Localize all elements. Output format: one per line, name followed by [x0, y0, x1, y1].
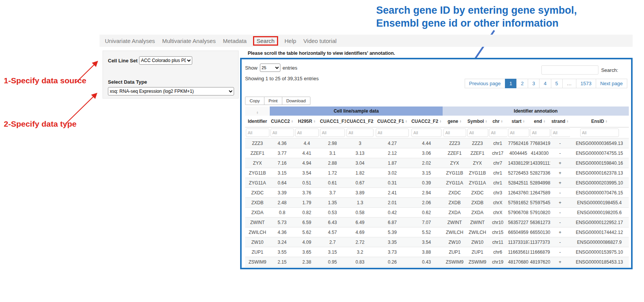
sort-icon[interactable]: ▲▼	[501, 120, 503, 123]
gene-table: ▲▼Cell line/sample dataIdentifier annota…	[245, 106, 629, 267]
col-header-h295r[interactable]: H295R▲▼	[294, 116, 319, 127]
sort-icon[interactable]: ▲▼	[605, 120, 608, 123]
cell-strand: -	[550, 148, 570, 158]
sort-icon[interactable]: ▲▼	[291, 120, 293, 123]
cell-ensid: ENSG00000036549.13	[570, 138, 629, 148]
cell-line-set-label: Cell Line Set	[108, 58, 138, 64]
filter-input-h295r[interactable]	[295, 129, 319, 137]
cell-gene: ZWINT	[443, 218, 467, 227]
cell-h295r: 4.94	[294, 158, 319, 168]
search-label: Search:	[601, 67, 618, 73]
cell-end: 56361273	[529, 218, 550, 227]
page-length-select[interactable]: 25	[260, 64, 280, 72]
sort-icon[interactable]: ▲▼	[313, 120, 316, 123]
col-header-label: CUACC1_F1	[320, 119, 346, 124]
cell-cuacc1-f2: 2.72	[346, 237, 374, 247]
filter-input-identifier[interactable]	[246, 129, 269, 137]
filter-input-start[interactable]	[508, 129, 529, 137]
page-button-5[interactable]: 5	[551, 79, 563, 88]
cell-cuacc2-f1: 4.27	[374, 138, 410, 148]
col-header-cuacc2[interactable]: CUACC2▲▼	[270, 116, 294, 127]
page-button-1573[interactable]: 1573	[576, 79, 596, 88]
cell-chr: chr15	[488, 227, 507, 237]
nav-item-video-tutorial[interactable]: Video tutorial	[303, 37, 337, 45]
cell-cuacc2: 3.77	[270, 148, 294, 158]
col-header-cuacc2-f2[interactable]: CUACC2_F2▲▼	[410, 116, 443, 127]
cell-end: 113773735	[529, 237, 550, 247]
filter-input-strand[interactable]	[551, 129, 570, 137]
cell-chr: chrX	[488, 198, 507, 208]
filter-cell-h295r	[294, 127, 319, 138]
page-button-2[interactable]: 2	[516, 79, 528, 88]
nav-item-help[interactable]: Help	[284, 37, 297, 45]
filter-cell-cuacc2	[270, 127, 294, 138]
print-button[interactable]: Print	[264, 97, 282, 105]
data-type-select[interactable]: xsq: RNA-seq Expression (log2 FPKM+1)	[108, 87, 234, 95]
cell-h295r: 4.09	[294, 237, 319, 247]
download-button[interactable]: Download	[282, 97, 310, 105]
nav-item-search[interactable]: Search	[253, 36, 278, 46]
cell-cuacc2-f1: 3.35	[374, 237, 410, 247]
search-control: Search:	[541, 65, 618, 75]
sort-icon[interactable]: ▲▼	[256, 111, 259, 114]
sort-icon[interactable]: ▲▼	[566, 120, 569, 123]
filter-input-ensid[interactable]	[580, 129, 619, 137]
col-header-cuacc2-f1[interactable]: CUACC2_F1▲▼	[374, 116, 410, 127]
sort-icon[interactable]: ▲▼	[485, 120, 487, 123]
cell-start: 56357227	[507, 218, 529, 227]
page-button-1[interactable]: 1	[505, 79, 517, 88]
cell-symbol: ZYG11A	[467, 178, 488, 188]
filter-input-chr[interactable]	[489, 129, 507, 137]
col-header-strand[interactable]: strand▲▼	[550, 116, 570, 127]
page-button-3[interactable]: 3	[528, 79, 540, 88]
previous-page-button[interactable]: Previous page	[465, 79, 505, 88]
filter-input-cuacc2-f1[interactable]	[376, 129, 409, 137]
page-button-4[interactable]: 4	[539, 79, 551, 88]
col-header-start[interactable]: start▲▼	[507, 116, 529, 127]
col-header-symbol[interactable]: Symbol▲▼	[467, 116, 488, 127]
copy-button[interactable]: Copy	[245, 97, 264, 105]
scroll-note: Please scroll the table horizontally to …	[248, 51, 395, 56]
filter-input-symbol[interactable]	[467, 129, 488, 137]
next-page-button[interactable]: Next page	[596, 79, 627, 88]
sort-icon[interactable]: ▲▼	[405, 120, 407, 123]
sort-icon[interactable]: ▲▼	[459, 120, 462, 123]
filter-input-cuacc1-f1[interactable]	[320, 129, 345, 137]
sort-icon[interactable]: ▲▼	[543, 120, 546, 123]
cell-symbol: ZUP1	[467, 247, 488, 257]
col-header-ensid[interactable]: EnsID▲▼	[570, 116, 629, 127]
cell-end: 77683419	[529, 138, 550, 148]
cell-symbol: ZSWIM9	[467, 257, 488, 267]
col-header-inner: EnsID▲▼	[591, 119, 608, 124]
cell-strand: +	[550, 178, 570, 188]
cell-cuacc2: 3.39	[270, 188, 294, 198]
filter-input-end[interactable]	[530, 129, 550, 137]
cell-line-set-select[interactable]: ACC Colorado plus PDX	[139, 56, 192, 65]
search-input[interactable]	[541, 65, 598, 75]
filter-input-cuacc1-f2[interactable]	[347, 129, 373, 137]
nav-item-multivariate-analyses[interactable]: Multivariate Analyses	[161, 37, 217, 45]
col-header-identifier[interactable]: Identifier	[245, 116, 270, 127]
col-header-gene[interactable]: gene▲▼	[443, 116, 467, 127]
filter-input-cuacc2[interactable]	[271, 129, 294, 137]
cell-ensid: ENSG00000086827.9	[570, 237, 629, 247]
col-header-inner: Identifier	[248, 119, 267, 124]
cell-chr: chr17	[488, 148, 507, 158]
col-header-cuacc1-f2[interactable]: CUACC1_F2▲▼	[346, 116, 374, 127]
cell-cuacc2-f1: 5.39	[374, 227, 410, 237]
filter-row	[245, 127, 629, 138]
cell-end: 126475891	[529, 188, 550, 198]
sort-icon[interactable]: ▲▼	[439, 120, 441, 123]
nav-item-univariate-analyses[interactable]: Univariate Analyses	[104, 37, 156, 45]
nav-item-metadata[interactable]: Metadata	[222, 37, 248, 45]
cell-ensid: ENSG00000122952.17	[570, 218, 629, 227]
filter-input-gene[interactable]	[443, 129, 466, 137]
col-header-end[interactable]: end▲▼	[529, 116, 550, 127]
cell-strand: -	[550, 208, 570, 218]
cell-identifier: ZW10	[245, 237, 270, 247]
cell-symbol: ZXDA	[467, 208, 488, 218]
sort-icon[interactable]: ▲▼	[523, 120, 525, 123]
col-header-cuacc1-f1[interactable]: CUACC1_F1▲▼	[319, 116, 346, 127]
filter-input-cuacc2-f2[interactable]	[411, 129, 441, 137]
col-header-chr[interactable]: chr▲▼	[488, 116, 507, 127]
